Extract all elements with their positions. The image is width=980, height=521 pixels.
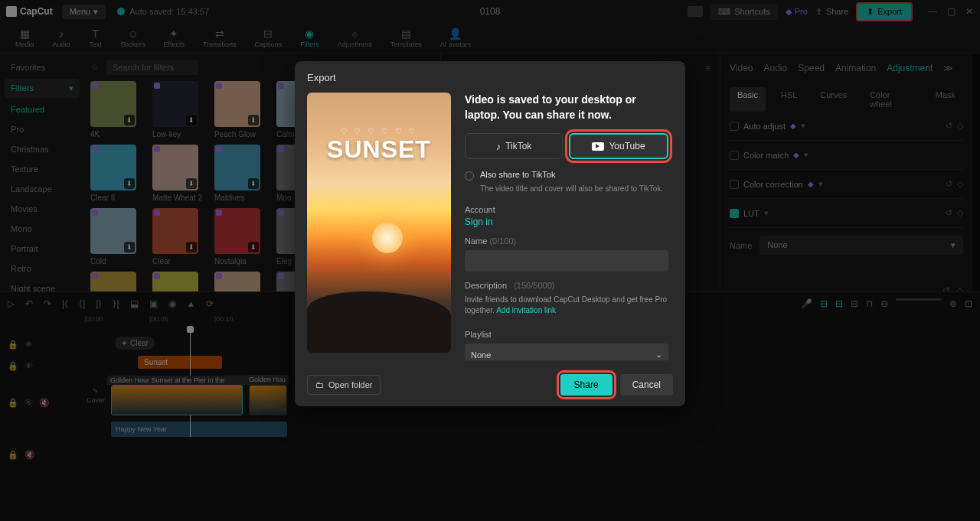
share-button[interactable]: Share (560, 374, 612, 396)
also-share-description: The video title and cover will also be s… (480, 184, 668, 194)
also-share-checkbox[interactable] (465, 171, 474, 181)
sun-graphic (372, 223, 403, 253)
preview-text: SUNSET (327, 135, 431, 164)
add-invitation-link[interactable]: Add invitation link (496, 306, 556, 314)
video-preview: ♡ ♡ ♡ ♡ ♡ ♡ SUNSET (307, 93, 451, 353)
folder-icon: 🗀 (315, 380, 324, 389)
description-label: Description (156/5000) (465, 281, 668, 290)
modal-title: Export (307, 72, 673, 83)
description-textarea[interactable]: Invite friends to download CapCut Deskto… (465, 290, 668, 321)
open-folder-button[interactable]: 🗀 Open folder (307, 375, 381, 395)
account-label: Account (465, 205, 668, 214)
playlist-select[interactable]: None⌄ (465, 344, 668, 360)
also-share-label: Also share to TikTok (480, 170, 555, 181)
share-heading: Video is saved to your desktop or laptop… (465, 93, 668, 122)
cancel-button[interactable]: Cancel (620, 374, 673, 396)
youtube-icon (592, 142, 604, 151)
rock-graphic (307, 291, 451, 353)
youtube-tab[interactable]: YouTube (569, 133, 668, 159)
tiktok-tab[interactable]: TikTok (465, 133, 563, 159)
signin-link[interactable]: Sign in (465, 217, 668, 227)
playlist-label: Playlist (465, 330, 668, 339)
export-modal: Export ♡ ♡ ♡ ♡ ♡ ♡ SUNSET Video is saved… (295, 61, 685, 406)
name-input[interactable] (465, 250, 668, 272)
tiktok-icon (496, 141, 501, 152)
hearts-decoration: ♡ ♡ ♡ ♡ ♡ ♡ (341, 127, 418, 135)
name-label: Name (0/100) (465, 236, 668, 246)
